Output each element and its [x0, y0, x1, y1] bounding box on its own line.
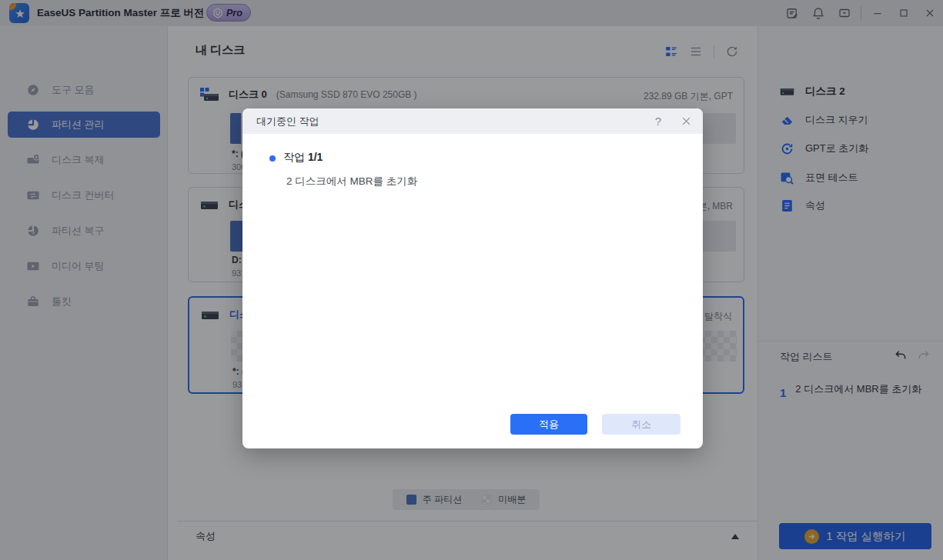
task-progress-line: 작업 1/1 — [283, 151, 323, 165]
help-button[interactable]: ? — [650, 115, 666, 128]
dialog-title: 대기중인 작업 — [256, 115, 319, 128]
apply-button[interactable]: 적용 — [510, 414, 587, 435]
dialog-header: 대기중인 작업 ? — [242, 108, 703, 134]
task-description: 2 디스크에서 MBR를 초기화 — [286, 175, 417, 188]
task-count: 1/1 — [308, 151, 323, 163]
close-dialog-button[interactable] — [678, 114, 694, 129]
task-label: 작업 — [283, 151, 305, 163]
pending-operations-dialog: 대기중인 작업 ? 작업 1/1 2 디스크에서 MBR를 초기화 적용 취소 — [242, 108, 703, 448]
cancel-button[interactable]: 취소 — [602, 414, 680, 435]
task-bullet-icon — [269, 155, 276, 162]
